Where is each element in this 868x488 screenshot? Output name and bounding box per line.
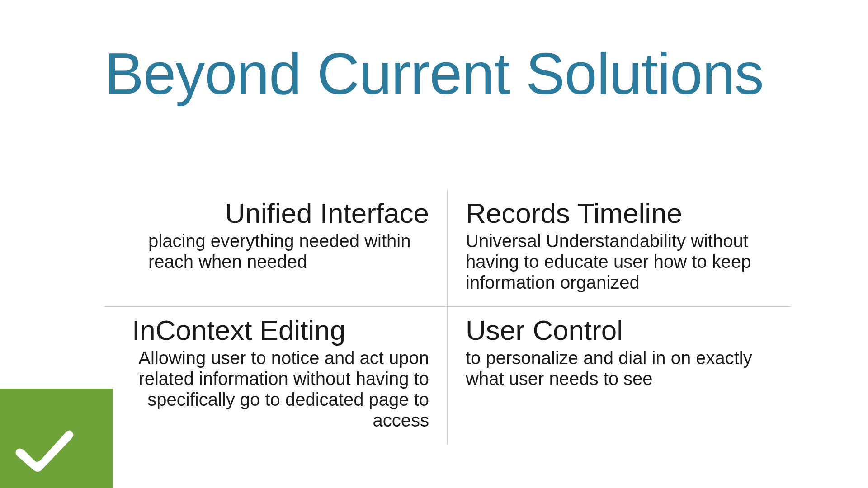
cell-heading: Unified Interface <box>122 198 429 229</box>
checkmark-badge <box>0 389 113 488</box>
checkmark-icon <box>10 425 78 476</box>
cell-description: placing everything needed within reach w… <box>122 230 429 272</box>
cell-description: to personalize and dial in on exactly wh… <box>466 347 773 389</box>
features-grid: Unified Interface placing everything nee… <box>104 190 791 444</box>
grid-row-1: Unified Interface placing everything nee… <box>104 190 791 307</box>
cell-user-control: User Control to personalize and dial in … <box>448 307 791 444</box>
cell-heading: User Control <box>466 315 773 346</box>
grid-row-2: InContext Editing Allowing user to notic… <box>104 307 791 444</box>
cell-description: Universal Understandability without havi… <box>466 230 773 293</box>
cell-heading: Records Timeline <box>466 198 773 229</box>
cell-heading: InContext Editing <box>122 315 429 346</box>
cell-description: Allowing user to notice and act upon rel… <box>122 347 429 431</box>
cell-records-timeline: Records Timeline Universal Understandabi… <box>448 190 791 306</box>
cell-unified-interface: Unified Interface placing everything nee… <box>104 190 448 306</box>
cell-incontext-editing: InContext Editing Allowing user to notic… <box>104 307 448 444</box>
slide-title: Beyond Current Solutions <box>0 0 868 108</box>
